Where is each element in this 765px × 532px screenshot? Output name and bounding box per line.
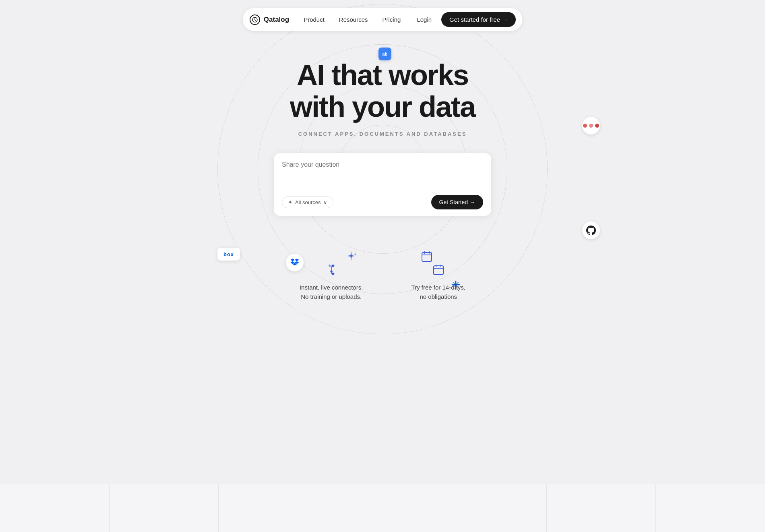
bottom-strip: [0, 484, 765, 532]
nav-item-resources[interactable]: Resources: [333, 13, 374, 26]
hero-title-line1: AI that works: [297, 59, 468, 91]
feature-trial: Try free for 14-days, no obligations: [411, 264, 466, 301]
trial-icon: [411, 264, 466, 278]
nav-login[interactable]: Login: [410, 13, 438, 26]
strip-cell-3: [219, 484, 328, 532]
trial-text: Try free for 14-days, no obligations: [411, 283, 466, 301]
strip-cell-1: [0, 484, 110, 532]
strip-cell-4: [328, 484, 438, 532]
hero-title: AI that works with your data: [8, 59, 757, 123]
sources-icon: ✦: [288, 199, 293, 205]
logo-text: Qatalog: [264, 16, 289, 24]
get-started-button[interactable]: Get Started →: [431, 195, 483, 209]
nav-cta-button[interactable]: Get started for free →: [441, 12, 516, 27]
search-footer: ✦ All sources ∨ Get Started →: [282, 195, 483, 209]
nav-links: Product Resources Pricing: [297, 13, 407, 26]
logo[interactable]: Qatalog: [249, 14, 289, 25]
hero-section: AI that works with your data Connect App…: [0, 35, 765, 256]
strip-cell-2: [110, 484, 219, 532]
sources-label: All sources: [295, 199, 321, 205]
feature-connectors: Instant, live connectors. No training or…: [300, 264, 363, 301]
features-section: Instant, live connectors. No training or…: [0, 256, 765, 317]
hero-subtitle: Connect Apps, Documents and Databases: [8, 131, 757, 137]
sources-button[interactable]: ✦ All sources ∨: [282, 196, 333, 208]
search-box: ✦ All sources ∨ Get Started →: [274, 153, 491, 216]
connectors-text: Instant, live connectors. No training or…: [300, 283, 363, 301]
navbar-inner: Qatalog Product Resources Pricing Login …: [243, 8, 522, 31]
svg-rect-5: [434, 266, 443, 275]
strip-cell-5: [437, 484, 547, 532]
hero-title-line2: with your data: [290, 91, 475, 123]
connectors-icon: [300, 264, 363, 278]
navbar: Qatalog Product Resources Pricing Login …: [0, 0, 765, 35]
strip-cell-6: [547, 484, 656, 532]
search-input[interactable]: [282, 161, 483, 193]
logo-icon: [249, 14, 261, 25]
nav-item-product[interactable]: Product: [297, 13, 331, 26]
chevron-down-icon: ∨: [323, 199, 327, 205]
strip-cell-7: [656, 484, 765, 532]
nav-item-pricing[interactable]: Pricing: [376, 13, 407, 26]
